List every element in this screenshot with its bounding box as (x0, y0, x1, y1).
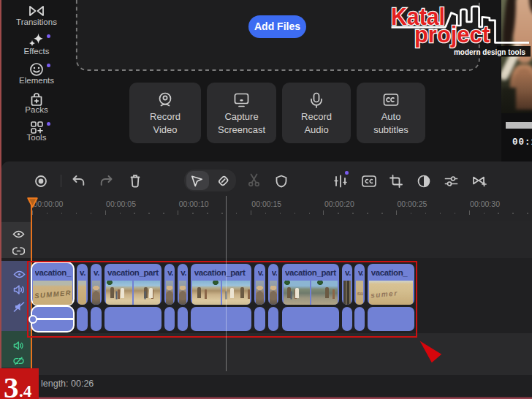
svg-text:modern design tools: modern design tools (454, 48, 525, 56)
svg-text:project: project (414, 21, 490, 48)
